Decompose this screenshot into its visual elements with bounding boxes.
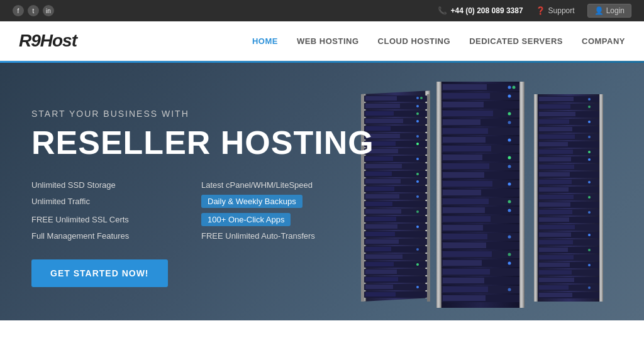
phone-icon: 📞 [438, 6, 447, 15]
hero-title: RESELLER HOSTING [31, 125, 613, 161]
svg-rect-142 [443, 295, 486, 301]
support-link[interactable]: ❓ Support [536, 6, 575, 15]
feature-traffic: Unlimited Traffic [31, 195, 176, 208]
feature-transfers: FREE Unlimited Auto-Transfers [201, 231, 346, 241]
svg-point-8 [420, 97, 423, 99]
twitter-icon[interactable]: t [28, 5, 39, 16]
nav-home[interactable]: HOME [252, 36, 278, 46]
svg-rect-74 [365, 292, 396, 297]
svg-rect-83 [443, 93, 490, 99]
top-bar: f t in 📞 +44 (0) 208 089 3387 ❓ Support … [0, 0, 644, 21]
feature-cpanel: Latest cPanel/WHM/LiteSpeed [201, 180, 346, 190]
feature-apps: 100+ One-Click Apps [201, 213, 346, 226]
feature-ssl: FREE Unlimited SSL Certs [31, 213, 176, 226]
user-icon: 👤 [594, 6, 604, 15]
feature-backups: Daily & Weekly Backups [201, 195, 346, 208]
svg-point-210 [588, 286, 591, 289]
logo[interactable]: R9Host [19, 31, 77, 51]
feature-management: Full Management Features [31, 231, 176, 241]
hero-section: START YOUR BUSINESS WITH RESELLER HOSTIN… [0, 63, 644, 320]
svg-rect-150 [539, 104, 570, 109]
svg-point-11 [416, 105, 419, 107]
nav-cloud-hosting[interactable]: CLOUD HOSTING [378, 36, 451, 46]
svg-point-84 [508, 95, 511, 98]
features-grid: Unlimited SSD Storage Latest cPanel/WHM/… [31, 180, 346, 241]
login-button[interactable]: 👤 Login [587, 4, 631, 18]
support-icon: ❓ [536, 6, 545, 15]
svg-point-7 [416, 97, 419, 99]
nav-web-hosting[interactable]: WEB HOSTING [297, 36, 359, 46]
social-icons: f t in [13, 5, 54, 16]
svg-point-140 [508, 288, 511, 291]
nav-company[interactable]: COMPANY [582, 36, 625, 46]
svg-rect-212 [539, 293, 572, 297]
feature-ssd: Unlimited SSD Storage [31, 180, 176, 190]
svg-rect-79 [443, 84, 487, 90]
svg-rect-10 [365, 104, 400, 108]
hero-subtitle: START YOUR BUSINESS WITH [31, 109, 613, 119]
svg-rect-6 [365, 96, 397, 101]
svg-point-148 [588, 98, 591, 101]
linkedin-icon[interactable]: in [43, 5, 54, 16]
main-nav: HOME WEB HOSTING CLOUD HOSTING DEDICATED… [252, 36, 625, 46]
svg-point-151 [588, 106, 591, 108]
svg-point-80 [508, 86, 511, 89]
header: R9Host HOME WEB HOSTING CLOUD HOSTING DE… [0, 21, 644, 61]
cta-button[interactable]: GET STARTED NOW! [31, 259, 168, 287]
phone-number: 📞 +44 (0) 208 089 3387 [438, 6, 523, 15]
svg-rect-139 [443, 286, 488, 292]
hero-content: START YOUR BUSINESS WITH RESELLER HOSTIN… [31, 109, 613, 286]
facebook-icon[interactable]: f [13, 5, 24, 16]
svg-point-81 [513, 86, 516, 89]
svg-rect-147 [539, 97, 574, 101]
nav-dedicated-servers[interactable]: DEDICATED SERVERS [469, 36, 563, 46]
svg-rect-86 [443, 102, 484, 107]
